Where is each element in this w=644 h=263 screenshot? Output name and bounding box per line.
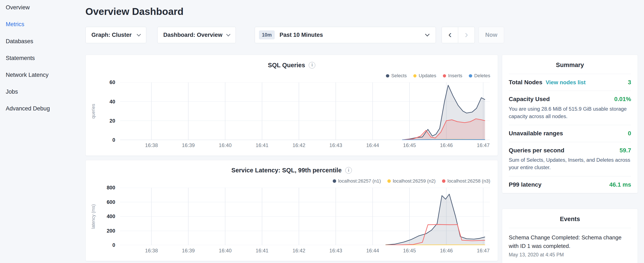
event-timestamp: May 13, 2020 at 4:45 PM <box>509 252 631 258</box>
legend-label: localhost:26258 (n3) <box>448 178 490 184</box>
legend-dot-icon <box>388 179 390 183</box>
x-tick-label: 16:38 <box>145 248 158 254</box>
chevron-right-icon: › <box>465 29 468 39</box>
time-pager: ‹ › <box>442 27 475 43</box>
x-tick-label: 16:38 <box>145 142 158 148</box>
legend-dot-icon <box>443 74 446 78</box>
legend-label: Selects <box>391 73 407 79</box>
sidebar: Overview Metrics Databases Statements Ne… <box>6 0 80 117</box>
legend-item[interactable]: Updates <box>413 73 436 79</box>
dashboard-dropdown[interactable]: Dashboard: Overview <box>157 27 236 43</box>
x-tick-label: 16:41 <box>256 142 268 148</box>
chevron-left-icon: ‹ <box>448 29 452 39</box>
chart-plot-area: queries020406016:3816:3916:4016:4116:421… <box>120 82 490 140</box>
info-icon[interactable]: i <box>345 167 352 174</box>
y-tick-label: 800 <box>100 185 115 191</box>
summary-value: 0.01% <box>614 96 631 103</box>
chevron-down-icon <box>226 32 230 36</box>
info-icon[interactable]: i <box>309 62 315 69</box>
summary-row-total-nodes: Total Nodes View nodes list 3 <box>509 74 631 91</box>
summary-row-queries-per-second: Queries per second 59.7 Sum of Selects, … <box>509 142 631 176</box>
y-tick-label: 600 <box>100 199 115 205</box>
chart-title: Service Latency: SQL, 99th percentile <box>231 167 342 174</box>
legend-label: Updates <box>419 73 436 79</box>
sidebar-item-databases[interactable]: Databases <box>6 33 80 50</box>
summary-value: 59.7 <box>620 147 631 154</box>
x-tick-label: 16:39 <box>182 142 195 148</box>
chart-legend: localhost:26257 (n1)localhost:26259 (n2)… <box>86 178 490 184</box>
legend-label: localhost:26259 (n2) <box>393 178 436 184</box>
chevron-down-icon <box>137 32 141 36</box>
x-tick-label: 16:47 <box>477 248 490 254</box>
legend-item[interactable]: localhost:26259 (n2) <box>388 178 436 184</box>
chart-plot[interactable] <box>120 188 490 245</box>
legend-item[interactable]: localhost:26258 (n3) <box>442 178 490 184</box>
summary-description: Sum of Selects, Updates, Inserts, and De… <box>509 156 631 171</box>
x-tick-label: 16:42 <box>292 142 305 148</box>
chart-plot[interactable] <box>120 82 490 140</box>
summary-value: 3 <box>628 79 631 86</box>
sidebar-item-statements[interactable]: Statements <box>6 50 80 67</box>
legend-dot-icon <box>413 74 416 78</box>
y-tick-label: 40 <box>100 99 115 105</box>
summary-label: Total Nodes <box>509 79 542 86</box>
x-tick-label: 16:44 <box>366 248 379 254</box>
page-title: Overview Dashboard <box>86 6 184 17</box>
summary-label: P99 latency <box>509 181 542 188</box>
summary-row-unavailable-ranges: Unavailable ranges 0 <box>509 125 631 142</box>
chart-plot-area: latency (ms)020040060080016:3816:3916:40… <box>120 188 490 245</box>
x-tick-label: 16:45 <box>403 142 416 148</box>
time-range-badge: 10m <box>259 31 274 39</box>
x-tick-label: 16:46 <box>440 142 453 148</box>
event-item[interactable]: Schema Change Completed: Schema change w… <box>509 228 631 258</box>
y-tick-label: 60 <box>100 79 115 85</box>
x-tick-label: 16:41 <box>256 248 268 254</box>
y-axis-label: queries <box>90 82 96 140</box>
sidebar-item-network-latency[interactable]: Network Latency <box>6 67 80 83</box>
y-tick-label: 0 <box>100 242 115 248</box>
sidebar-item-metrics[interactable]: Metrics <box>6 16 80 33</box>
summary-value: 0 <box>628 130 631 137</box>
x-tick-label: 16:39 <box>182 248 195 254</box>
graph-scope-dropdown[interactable]: Graph: Cluster <box>86 27 146 43</box>
legend-item[interactable]: Inserts <box>443 73 462 79</box>
sidebar-item-jobs[interactable]: Jobs <box>6 83 80 100</box>
events-panel: Events Schema Change Completed: Schema c… <box>502 209 638 263</box>
summary-description: You are using 28.6 MiB of 515.9 GiB usab… <box>509 105 631 120</box>
y-tick-label: 20 <box>100 118 115 124</box>
y-axis-label: latency (ms) <box>90 188 96 245</box>
sidebar-item-advanced-debug[interactable]: Advanced Debug <box>6 100 80 117</box>
x-tick-label: 16:45 <box>403 248 416 254</box>
chart-title: SQL Queries <box>268 62 305 69</box>
legend-dot-icon <box>442 179 445 183</box>
time-back-button[interactable]: ‹ <box>442 27 458 43</box>
x-tick-label: 16:43 <box>329 248 342 254</box>
now-button[interactable]: Now <box>478 27 504 43</box>
summary-label: Capacity Used <box>509 96 550 103</box>
time-forward-button[interactable]: › <box>458 27 475 43</box>
time-range-picker[interactable]: 10m Past 10 Minutes <box>255 27 436 43</box>
legend-label: Deletes <box>474 73 490 79</box>
events-title: Events <box>509 209 631 228</box>
graph-scope-dropdown-label: Graph: Cluster <box>92 32 132 38</box>
sidebar-item-overview[interactable]: Overview <box>6 0 80 16</box>
summary-panel: Summary Total Nodes View nodes list 3 Ca… <box>502 55 638 193</box>
time-range-label: Past 10 Minutes <box>280 32 323 38</box>
chart-header: SQL Queries i <box>86 55 498 69</box>
summary-label: Unavailable ranges <box>509 130 563 137</box>
chart-legend: SelectsUpdatesInsertsDeletes <box>86 73 490 79</box>
event-text: Schema Change Completed: Schema change w… <box>509 233 631 250</box>
legend-item[interactable]: localhost:26257 (n1) <box>333 178 381 184</box>
summary-row-p99-latency: P99 latency 46.1 ms <box>509 176 631 193</box>
summary-label: Queries per second <box>509 147 564 154</box>
summary-row-capacity-used: Capacity Used 0.01% You are using 28.6 M… <box>509 91 631 125</box>
chevron-down-icon <box>425 32 430 37</box>
x-tick-label: 16:47 <box>477 142 490 148</box>
chart-header: Service Latency: SQL, 99th percentile i <box>86 160 498 175</box>
legend-item[interactable]: Deletes <box>469 73 490 79</box>
y-tick-label: 400 <box>100 213 115 219</box>
legend-item[interactable]: Selects <box>386 73 407 79</box>
view-nodes-list-link[interactable]: View nodes list <box>546 79 586 86</box>
service-latency-panel: Service Latency: SQL, 99th percentile i … <box>86 160 498 261</box>
y-tick-label: 0 <box>100 137 115 143</box>
